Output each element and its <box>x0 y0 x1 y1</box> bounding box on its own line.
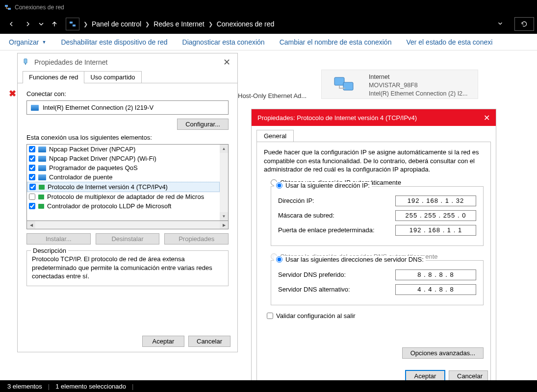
status-selected-count: 1 elemento seleccionado <box>55 383 126 390</box>
vertical-scrollbar[interactable]: ▲ ▼ <box>220 145 228 220</box>
checkbox[interactable] <box>29 203 35 209</box>
adapter-name: Intel(R) Ethernet Connection (2) I219-V <box>43 104 153 111</box>
dns-manual-group: Usar las siguientes direcciones de servi… <box>271 260 484 305</box>
dialog-internet-properties: Propiedades de Internet ✕ Funciones de r… <box>17 53 238 352</box>
breadcrumb-item[interactable]: Conexiones de red <box>217 20 275 28</box>
list-item: Npcap Packet Driver (NPCAP) (Wi-Fi) <box>27 154 220 163</box>
checkbox[interactable] <box>29 174 35 180</box>
checkbox[interactable] <box>29 165 35 171</box>
adapter-display: Intel(R) Ethernet Connection (2) I219-V <box>26 100 229 115</box>
dns-preferred-field[interactable]: 8 . 8 . 8 . 8 <box>395 270 476 280</box>
adapter-mini-icon <box>31 105 39 111</box>
uninstall-button[interactable]: Desinstalar <box>96 233 160 245</box>
command-bar: Organizar▼ Deshabilitar este dispositivo… <box>0 34 537 50</box>
breadcrumb-item[interactable]: Redes e Internet <box>153 20 205 28</box>
gateway-label: Puerta de enlace predeterminada: <box>278 226 395 234</box>
scroll-up-icon[interactable]: ▲ <box>220 145 228 153</box>
cmd-diagnose[interactable]: Diagnosticar esta conexión <box>182 38 265 46</box>
dialog1-title: Propiedades de Internet <box>34 58 107 66</box>
protocol-icon <box>38 195 44 199</box>
list-item: Protocolo de multiplexor de adaptador de… <box>27 192 220 201</box>
list-item-selected: Protocolo de Internet versión 4 (TCP/IPv… <box>27 182 220 192</box>
checkbox[interactable] <box>29 184 36 190</box>
description-legend: Descripción <box>31 247 68 254</box>
cancel-button[interactable]: Cancelar <box>188 336 230 347</box>
checkbox[interactable] <box>29 194 35 200</box>
svg-rect-0 <box>5 5 8 7</box>
radio-ip-manual[interactable]: Usar la siguiente dirección IP: <box>276 182 370 189</box>
nav-bar: ❯ Panel de control ❯ Redes e Internet ❯ … <box>0 14 537 34</box>
network-conn-icon <box>4 3 12 11</box>
tab-general[interactable]: General <box>256 130 294 142</box>
driver-icon <box>38 147 46 152</box>
network-item-name: Internet <box>369 73 467 81</box>
ip-address-field[interactable]: 192 . 168 . 1 . 32 <box>395 196 476 206</box>
close-button[interactable]: ✕ <box>221 55 232 70</box>
adapter-small-icon <box>23 58 30 67</box>
horizontal-scrollbar[interactable]: ◀ ▶ <box>26 221 229 229</box>
checkbox[interactable] <box>267 313 273 319</box>
protocol-icon <box>39 185 45 190</box>
properties-button[interactable]: Propiedades <box>164 233 229 245</box>
status-item-count: 3 elementos <box>7 383 42 390</box>
radio-input[interactable] <box>276 182 282 189</box>
up-button[interactable] <box>47 17 62 31</box>
dialog1-title-bar: Propiedades de Internet ✕ <box>18 53 237 71</box>
svg-rect-2 <box>70 22 73 24</box>
protocol-icon <box>38 204 44 209</box>
disabled-x-icon: ✖ <box>9 88 16 99</box>
dns-preferred-label: Servidor DNS preferido: <box>278 271 395 278</box>
network-item-adapter: Intel(R) Ethernet Connection (2) I2... <box>369 90 467 98</box>
cmd-organize[interactable]: Organizar▼ <box>9 38 46 46</box>
gateway-field[interactable]: 192 . 168 . 1 . 1 <box>395 225 476 236</box>
connect-with-label: Conectar con: <box>26 90 229 98</box>
uses-elements-label: Esta conexión usa los siguientes element… <box>26 134 229 141</box>
dialog2-title: Propiedades: Protocolo de Internet versi… <box>257 114 417 122</box>
tab-network-functions[interactable]: Funciones de red <box>23 71 84 83</box>
breadcrumb-item[interactable]: Panel de control <box>92 20 141 28</box>
network-item-internet[interactable]: Internet MOVISTAR_98F8 Intel(R) Ethernet… <box>321 70 478 99</box>
description-group: Descripción Protocolo TCP/IP. El protoco… <box>26 250 229 286</box>
scroll-right-icon[interactable]: ▶ <box>220 221 228 229</box>
configure-button[interactable]: Configurar... <box>177 119 229 130</box>
validate-on-exit[interactable]: Validar configuración al salir <box>267 312 484 319</box>
window-title-bar: Conexiones de red <box>0 0 537 14</box>
refresh-button[interactable] <box>514 17 534 31</box>
status-separator: | <box>48 383 50 390</box>
dialog2-title-bar: Propiedades: Protocolo de Internet versi… <box>252 109 496 126</box>
subnet-mask-label: Máscara de subred: <box>278 212 395 219</box>
ok-button[interactable]: Aceptar <box>142 336 184 347</box>
ip-address-label: Dirección IP: <box>278 197 395 204</box>
radio-dns-manual[interactable]: Usar las siguientes direcciones de servi… <box>276 256 424 263</box>
dialog-ipv4-properties: Propiedades: Protocolo de Internet versi… <box>251 109 496 388</box>
history-dropdown[interactable] <box>37 17 45 31</box>
svg-rect-4 <box>334 77 344 85</box>
components-listbox[interactable]: Npcap Packet Driver (NPCAP) Npcap Packet… <box>26 144 229 221</box>
svg-rect-3 <box>73 24 76 26</box>
dns-alternate-field[interactable]: 4 . 4 . 8 . 8 <box>395 284 476 295</box>
breadcrumb-root-icon[interactable] <box>66 18 79 30</box>
driver-icon <box>38 165 46 171</box>
list-item: Controlador de protocolo LLDP de Microso… <box>27 201 220 211</box>
scroll-down-icon[interactable]: ▼ <box>220 212 228 220</box>
host-only-adapter-label: Host-Only Ethernet Ad... <box>238 92 307 99</box>
subnet-mask-field[interactable]: 255 . 255 . 255 . 0 <box>395 210 476 221</box>
list-item: Programador de paquetes QoS <box>27 163 220 172</box>
close-button[interactable]: ✕ <box>484 113 490 122</box>
cmd-rename[interactable]: Cambiar el nombre de esta conexión <box>280 38 392 46</box>
radio-input[interactable] <box>276 256 282 263</box>
description-text: Protocolo TCP/IP. El protocolo de red de… <box>32 255 223 281</box>
back-button[interactable] <box>4 17 19 31</box>
svg-rect-7 <box>25 63 26 65</box>
checkbox[interactable] <box>29 155 35 162</box>
cmd-view-status[interactable]: Ver el estado de esta conexi <box>406 38 492 46</box>
advanced-options-button[interactable]: Opciones avanzadas... <box>402 347 484 359</box>
tab-sharing[interactable]: Uso compartido <box>84 71 141 83</box>
forward-button[interactable] <box>21 17 35 31</box>
bc-dropdown[interactable] <box>497 20 504 28</box>
cmd-disable-device[interactable]: Deshabilitar este dispositivo de red <box>61 38 167 46</box>
driver-icon <box>38 174 46 180</box>
install-button[interactable]: Instalar... <box>26 233 91 245</box>
scroll-left-icon[interactable]: ◀ <box>27 221 35 229</box>
checkbox[interactable] <box>29 146 35 152</box>
